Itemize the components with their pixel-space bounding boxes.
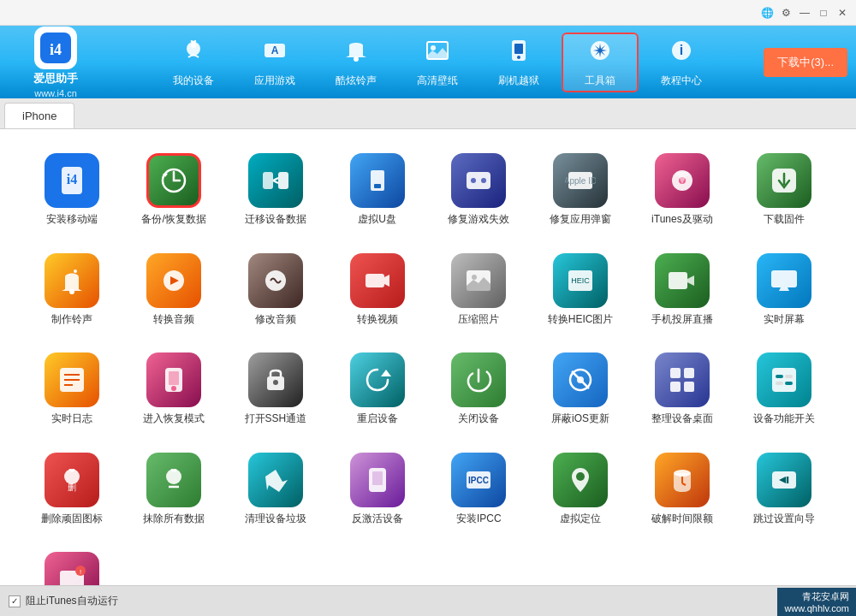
titlebar: 🌐 ⚙ — □ ✕: [0, 0, 856, 26]
tool-icon-fix-game: [451, 153, 506, 208]
nav-item-app-games[interactable]: A应用游戏: [236, 33, 313, 92]
tool-label-convert-heic: 转换HEIC图片: [548, 313, 614, 327]
tool-item-convert-audio[interactable]: 转换音频: [128, 246, 221, 334]
tool-item-erase-all[interactable]: 抹除所有数据: [128, 446, 221, 533]
tool-item-recovery-mode[interactable]: 进入恢复模式: [128, 346, 221, 433]
svg-point-49: [273, 380, 278, 385]
tool-item-organize-desktop[interactable]: 整理设备桌面: [636, 346, 729, 433]
tool-item-convert-heic[interactable]: HEIC转换HEIC图片: [534, 246, 627, 334]
tool-icon-download-firmware: [757, 153, 811, 208]
close-icon[interactable]: ✕: [835, 6, 849, 20]
bottombar: ✓ 阻止iTunes自动运行 意见反馈: [0, 585, 856, 616]
tab-iphone[interactable]: iPhone: [4, 103, 74, 128]
tool-item-deactivate[interactable]: 反激活设备: [330, 446, 424, 533]
tool-item-clean-junk[interactable]: 清理设备垃圾: [229, 446, 323, 533]
svg-rect-10: [514, 44, 523, 54]
tool-item-backup-partition[interactable]: !备份引导区数据: [26, 545, 119, 585]
tool-label-device-func: 设备功能开关: [753, 412, 815, 426]
tool-icon-real-log: [45, 352, 99, 407]
tool-icon-virtual-udisk: [350, 153, 405, 208]
settings-icon[interactable]: ⚙: [779, 6, 793, 20]
tool-icon-migrate-data: [248, 153, 303, 208]
tool-icon-virtual-location: [553, 453, 608, 507]
svg-rect-40: [771, 270, 797, 287]
tool-item-restart-device[interactable]: 重启设备: [330, 346, 424, 433]
nav-item-jailbreak[interactable]: 刷机越狱: [480, 33, 557, 92]
nav-item-toolbox[interactable]: 工具箱: [562, 33, 639, 92]
nav-icon-toolbox: [586, 37, 614, 70]
main-content: i4安装移动端备份/恢复数据迁移设备数据虚拟U盘修复游戏失效Apple ID修复…: [0, 129, 856, 585]
svg-rect-18: [263, 172, 273, 189]
tool-item-block-ios[interactable]: 屏蔽iOS更新: [534, 346, 627, 433]
tool-label-delete-stubborn: 删除顽固图标: [41, 512, 103, 526]
svg-rect-56: [670, 382, 681, 392]
nav-item-wallpaper[interactable]: 高清壁纸: [399, 33, 476, 92]
titlebar-icons: 🌐 ⚙ — □ ✕: [760, 6, 849, 20]
svg-text:HEIC: HEIC: [571, 276, 590, 285]
nav-item-tutorials[interactable]: i教程中心: [643, 33, 720, 92]
nav-label-app-games: 应用游戏: [254, 74, 295, 88]
tool-item-backup-restore[interactable]: 备份/恢复数据: [128, 146, 221, 234]
tool-item-fix-game[interactable]: 修复游戏失效: [432, 146, 526, 234]
tool-icon-device-func: [757, 352, 811, 407]
nav-item-my-device[interactable]: 我的设备: [155, 33, 232, 92]
download-button[interactable]: 下载中(3)...: [764, 48, 847, 77]
tool-item-virtual-location[interactable]: 虚拟定位: [534, 446, 627, 533]
svg-text:IPCC: IPCC: [468, 476, 489, 485]
tool-item-install-mobile[interactable]: i4安装移动端: [26, 146, 119, 234]
tool-icon-skip-setup: [757, 453, 811, 507]
tool-item-device-func[interactable]: 设备功能开关: [737, 346, 830, 433]
tool-item-screen-live[interactable]: 手机投屏直播: [636, 246, 729, 334]
tools-grid: i4安装移动端备份/恢复数据迁移设备数据虚拟U盘修复游戏失效Apple ID修复…: [26, 146, 830, 585]
tool-item-open-ssh[interactable]: 打开SSH通道: [229, 346, 323, 433]
tool-icon-fix-popup: Apple ID: [553, 153, 608, 208]
svg-rect-54: [670, 368, 681, 378]
svg-rect-34: [366, 274, 384, 287]
tool-label-open-ssh: 打开SSH通道: [245, 412, 307, 426]
tool-item-install-ipcc[interactable]: IPCC安装IPCC: [432, 446, 526, 533]
tool-item-real-log[interactable]: 实时日志: [26, 346, 119, 433]
tool-item-fix-popup[interactable]: Apple ID修复应用弹窗: [534, 146, 627, 234]
minimize-icon[interactable]: —: [798, 6, 811, 20]
tool-item-itunes-driver[interactable]: iTunes及驱动: [636, 146, 729, 234]
tool-item-skip-setup[interactable]: 跳过设置向导: [737, 446, 830, 533]
tool-item-shutdown[interactable]: 关闭设备: [432, 346, 526, 433]
tool-label-make-ringtone: 制作铃声: [51, 313, 92, 327]
tool-icon-clean-junk: [248, 453, 303, 507]
tool-item-migrate-data[interactable]: 迁移设备数据: [229, 146, 323, 234]
tool-item-download-firmware[interactable]: 下载固件: [737, 146, 830, 234]
tool-icon-convert-heic: HEIC: [553, 253, 608, 308]
tool-icon-real-screen: [757, 253, 811, 308]
tool-icon-break-time: [655, 453, 710, 507]
nav-icon-jailbreak: [505, 37, 532, 70]
tool-item-convert-video[interactable]: 转换视频: [330, 246, 424, 334]
tool-item-make-ringtone[interactable]: 制作铃声: [26, 246, 119, 334]
tool-icon-open-ssh: [248, 352, 303, 407]
tool-label-compress-photo: 压缩照片: [458, 313, 499, 327]
svg-point-31: [74, 270, 77, 273]
logo-name: 爱思助手: [33, 71, 78, 86]
tool-label-edit-audio: 修改音频: [255, 313, 296, 327]
svg-rect-59: [776, 375, 783, 378]
tabbar: iPhone: [0, 98, 856, 129]
tool-icon-make-ringtone: [45, 253, 99, 308]
tool-icon-convert-audio: [146, 253, 201, 308]
tool-item-edit-audio[interactable]: 修改音频: [229, 246, 323, 334]
itunes-checkbox[interactable]: ✓: [9, 595, 21, 607]
tool-item-break-time[interactable]: 破解时间限额: [636, 446, 729, 533]
tool-icon-delete-stubborn: 删: [45, 453, 99, 507]
maximize-icon[interactable]: □: [817, 6, 830, 20]
tool-item-compress-photo[interactable]: 压缩照片: [432, 246, 526, 334]
tool-item-delete-stubborn[interactable]: 删删除顽固图标: [26, 446, 119, 533]
tool-label-virtual-location: 虚拟定位: [560, 512, 601, 526]
tool-label-erase-all: 抹除所有数据: [143, 512, 205, 526]
tool-item-virtual-udisk[interactable]: 虚拟U盘: [330, 146, 424, 234]
tool-label-recovery-mode: 进入恢复模式: [143, 412, 205, 426]
tool-icon-recovery-mode: [146, 352, 201, 407]
svg-rect-19: [278, 172, 288, 189]
tool-label-install-ipcc: 安装IPCC: [456, 512, 502, 526]
svg-point-36: [472, 275, 477, 280]
tool-label-skip-setup: 跳过设置向导: [753, 512, 815, 526]
nav-item-ringtones[interactable]: 酷炫铃声: [318, 33, 395, 92]
tool-item-real-screen[interactable]: 实时屏幕: [737, 246, 830, 334]
